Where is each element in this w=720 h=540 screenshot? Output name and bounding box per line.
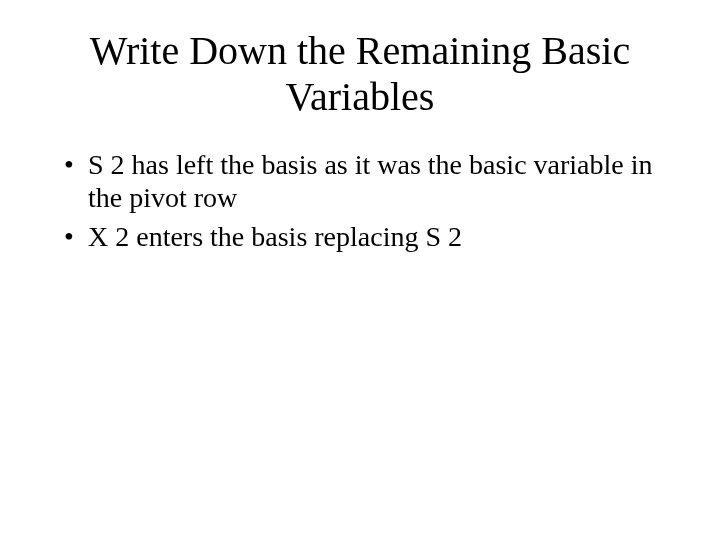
list-item: X 2 enters the basis replacing S 2 <box>64 220 680 253</box>
list-item: S 2 has left the basis as it was the bas… <box>64 148 680 214</box>
bullet-list: S 2 has left the basis as it was the bas… <box>40 148 680 253</box>
slide: Write Down the Remaining Basic Variables… <box>0 0 720 540</box>
slide-title: Write Down the Remaining Basic Variables <box>40 28 680 120</box>
